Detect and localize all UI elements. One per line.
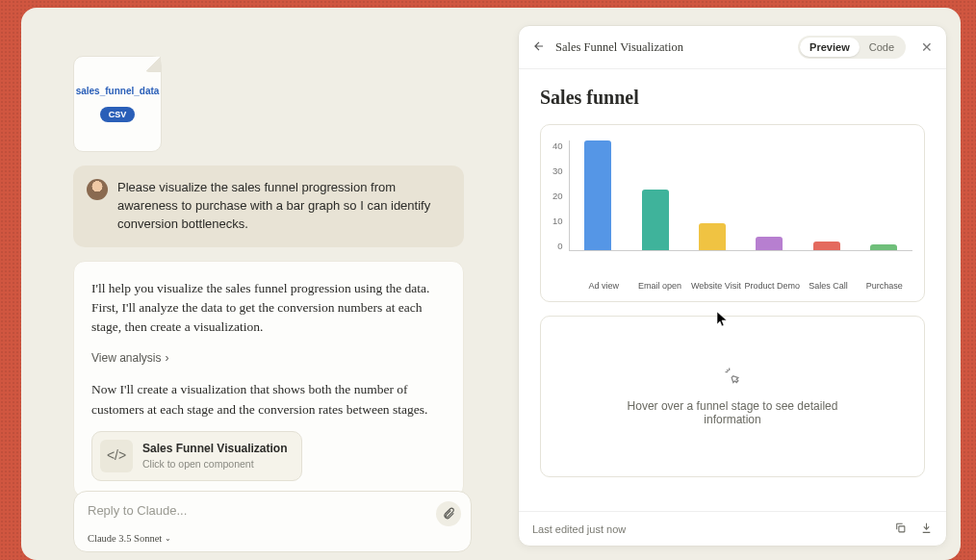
user-message: Please visualize the sales funnel progre… [73, 165, 464, 247]
artifact-subtitle: Click to open component [142, 457, 288, 472]
file-name: sales_funnel_data [70, 86, 166, 97]
hover-hint-card: Hover over a funnel stage to see detaile… [540, 316, 925, 477]
last-edited-label: Last edited just now [532, 523, 626, 535]
panel-title: Sales Funnel Visualization [555, 40, 788, 55]
x-tick: Ad view [576, 281, 631, 292]
hover-hint-text: Hover over a funnel stage to see detaile… [627, 399, 838, 426]
assistant-paragraph: I'll help you visualize the sales funnel… [91, 279, 446, 338]
x-axis-labels: Ad viewEmail openWebsite VisitProduct De… [576, 281, 912, 292]
bar-website-visit[interactable] [699, 223, 726, 251]
chart-title: Sales funnel [540, 87, 925, 109]
download-button[interactable] [920, 522, 933, 536]
preview-code-toggle[interactable]: Preview Code [798, 36, 906, 59]
back-button[interactable] [532, 39, 546, 56]
x-tick: Sales Call [800, 281, 856, 292]
bar-ad-view[interactable] [584, 140, 611, 250]
x-tick: Website Visit [688, 281, 744, 292]
model-selector[interactable]: Claude 3.5 Sonnet ⌄ [88, 533, 171, 544]
bar-sales-call[interactable] [813, 242, 840, 250]
svg-rect-8 [899, 526, 905, 532]
copy-button[interactable] [894, 522, 907, 536]
x-tick: Purchase [857, 281, 912, 292]
plot-area [569, 140, 912, 251]
artifact-chip[interactable]: </> Sales Funnel Visualization Click to … [91, 431, 302, 481]
attach-button[interactable] [436, 501, 461, 526]
cursor-click-icon [723, 366, 742, 390]
bar-product-demo[interactable] [756, 237, 783, 250]
x-tick: Product Demo [744, 281, 800, 292]
artifact-title: Sales Funnel Visualization [142, 440, 288, 457]
y-tick: 10 [552, 216, 563, 226]
user-message-text: Please visualize the sales funnel progre… [117, 179, 449, 234]
y-tick: 40 [552, 140, 563, 151]
composer-placeholder: Reply to Claude... [88, 503, 457, 518]
close-button[interactable]: ✕ [921, 39, 933, 55]
y-tick: 30 [552, 165, 563, 176]
bar-email-open[interactable] [642, 190, 669, 250]
y-tick: 20 [552, 191, 563, 201]
code-icon: </> [100, 440, 133, 472]
assistant-paragraph: Now I'll create a visualization that sho… [91, 380, 446, 420]
artifact-panel: Sales Funnel Visualization Preview Code … [518, 25, 947, 547]
chart-card: 403020100 Ad viewEmail openWebsite Visit… [540, 124, 925, 302]
view-analysis-link[interactable]: View analysis › [91, 349, 168, 367]
file-type-badge: CSV [100, 107, 136, 122]
tab-code[interactable]: Code [860, 38, 904, 57]
assistant-message: I'll help you visualize the sales funnel… [73, 261, 464, 497]
y-tick: 0 [552, 241, 563, 251]
x-tick: Email open [631, 281, 687, 292]
chevron-right-icon: › [165, 349, 168, 367]
chevron-down-icon: ⌄ [165, 534, 171, 543]
composer[interactable]: Reply to Claude... Claude 3.5 Sonnet ⌄ [73, 491, 472, 552]
file-attachment-chip[interactable]: sales_funnel_data CSV [73, 56, 162, 152]
tab-preview[interactable]: Preview [800, 38, 860, 57]
avatar [87, 179, 108, 200]
bar-purchase[interactable] [870, 244, 897, 250]
y-axis: 403020100 [552, 140, 569, 251]
